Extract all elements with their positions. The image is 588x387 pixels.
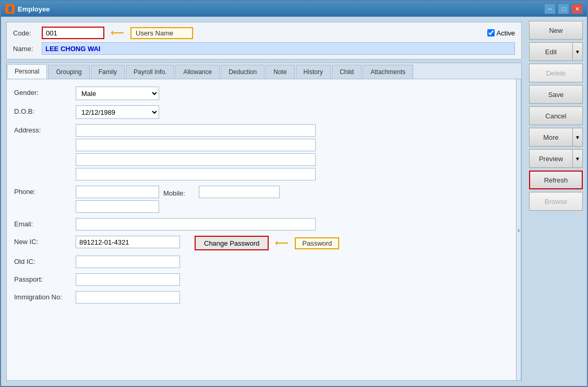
active-checkbox[interactable]: [487, 29, 495, 37]
preview-button-group: Preview ▼: [529, 149, 583, 168]
tab-body: Gender: Male Female D.O.B:: [7, 79, 516, 380]
tab-family[interactable]: Family: [91, 65, 125, 79]
code-input[interactable]: [42, 27, 104, 39]
passport-row: Passport:: [14, 273, 509, 286]
address-input-2[interactable]: [76, 139, 316, 151]
immigration-input[interactable]: [76, 291, 180, 304]
arrow-icon: ⟵: [111, 27, 124, 39]
tabs-area: Personal Grouping Family Payroll Info. A…: [6, 63, 522, 381]
tab-history[interactable]: History: [296, 65, 331, 79]
old-ic-label: Old IC:: [14, 256, 71, 265]
address-label: Address:: [14, 124, 71, 134]
immigration-label: Immigration No:: [14, 291, 71, 301]
more-button[interactable]: More: [529, 128, 572, 147]
immigration-row: Immigration No:: [14, 291, 509, 304]
tab-payroll-info[interactable]: Payroll Info.: [126, 65, 174, 79]
code-label: Code:: [13, 29, 37, 37]
title-bar-left: 👤 Employee: [5, 4, 50, 14]
dob-label: D.O.B:: [14, 105, 71, 115]
tab-attachments[interactable]: Attachments: [363, 65, 413, 79]
more-dropdown-arrow[interactable]: ▼: [572, 128, 583, 147]
refresh-button[interactable]: Refresh: [529, 171, 583, 189]
window-title: Employee: [18, 5, 50, 13]
phone-label: Phone:: [14, 186, 71, 196]
change-password-button[interactable]: Change Password: [195, 236, 269, 250]
dob-input[interactable]: 12/12/1989: [76, 105, 159, 119]
minimize-button[interactable]: ─: [544, 4, 556, 14]
app-icon: 👤: [5, 4, 15, 14]
phone-row: Phone: Mobile:: [14, 186, 509, 213]
email-row: Email:: [14, 218, 509, 231]
gender-row: Gender: Male Female: [14, 87, 509, 100]
new-button[interactable]: New: [529, 21, 583, 40]
password-section: Change Password ⟵ Password: [195, 236, 339, 250]
title-bar: 👤 Employee ─ □ ✕: [1, 1, 587, 17]
old-ic-row: Old IC:: [14, 256, 509, 268]
address-fields: [76, 124, 316, 180]
dob-row: D.O.B: 12/12/1989: [14, 105, 509, 119]
phone-input-2[interactable]: [76, 200, 159, 213]
name-label: Name:: [13, 45, 37, 53]
preview-button[interactable]: Preview: [529, 149, 572, 168]
cancel-button[interactable]: Cancel: [529, 106, 583, 125]
email-input[interactable]: [76, 218, 316, 231]
window-body: Code: ⟵ Users Name Active Name:: [1, 17, 587, 386]
browse-button[interactable]: Browse: [529, 192, 583, 211]
address-row: Address:: [14, 124, 509, 180]
gender-label: Gender:: [14, 87, 71, 96]
close-button[interactable]: ✕: [571, 4, 583, 14]
active-section: Active: [487, 29, 515, 37]
code-row: Code: ⟵ Users Name Active: [13, 27, 515, 39]
employee-window: 👤 Employee ─ □ ✕ Code: ⟵ Users Name: [0, 0, 588, 387]
tab-allowance[interactable]: Allowance: [175, 65, 220, 79]
pwd-arrow-icon: ⟵: [275, 237, 289, 249]
delete-button[interactable]: Delete: [529, 64, 583, 82]
new-ic-row: New IC: Change Password ⟵ Password: [14, 236, 509, 250]
phone-mobile-row: Mobile:: [76, 186, 280, 198]
tab-personal[interactable]: Personal: [7, 64, 47, 79]
name-row: Name:: [13, 42, 515, 55]
new-ic-input[interactable]: [76, 236, 180, 248]
mobile-label: Mobile:: [163, 187, 195, 197]
main-content: Code: ⟵ Users Name Active Name:: [1, 17, 527, 386]
address-input-1[interactable]: [76, 124, 316, 137]
new-ic-label: New IC:: [14, 236, 71, 246]
tab-note[interactable]: Note: [266, 65, 294, 79]
tab-child[interactable]: Child: [332, 65, 362, 79]
gender-select[interactable]: Male Female: [76, 87, 159, 100]
tab-scrollbar[interactable]: ›: [516, 79, 521, 380]
edit-dropdown-arrow[interactable]: ▼: [572, 42, 583, 61]
right-sidebar: New Edit ▼ Delete Save Cancel More ▼ Pre…: [527, 17, 587, 386]
header-section: Code: ⟵ Users Name Active Name:: [6, 22, 522, 59]
email-label: Email:: [14, 218, 71, 228]
address-input-3[interactable]: [76, 153, 316, 166]
edit-button-group: Edit ▼: [529, 42, 583, 61]
more-button-group: More ▼: [529, 128, 583, 147]
tab-grouping[interactable]: Grouping: [48, 65, 89, 79]
maximize-button[interactable]: □: [558, 4, 569, 14]
mobile-input[interactable]: [199, 186, 280, 198]
passport-input[interactable]: [76, 273, 180, 286]
title-controls: ─ □ ✕: [544, 4, 583, 14]
tab-deduction[interactable]: Deduction: [221, 65, 265, 79]
password-annotation: Password: [295, 237, 339, 249]
phone-col: Mobile:: [76, 186, 280, 213]
save-button[interactable]: Save: [529, 85, 583, 104]
old-ic-input[interactable]: [76, 256, 180, 268]
users-name-annotation: Users Name: [130, 27, 193, 39]
preview-dropdown-arrow[interactable]: ▼: [572, 149, 583, 168]
address-input-4[interactable]: [76, 168, 316, 180]
passport-label: Passport:: [14, 273, 71, 283]
phone-input-1[interactable]: [76, 186, 159, 198]
active-label: Active: [497, 29, 515, 37]
edit-button[interactable]: Edit: [529, 42, 572, 61]
tabs-bar: Personal Grouping Family Payroll Info. A…: [7, 63, 521, 79]
name-input[interactable]: [42, 42, 515, 55]
